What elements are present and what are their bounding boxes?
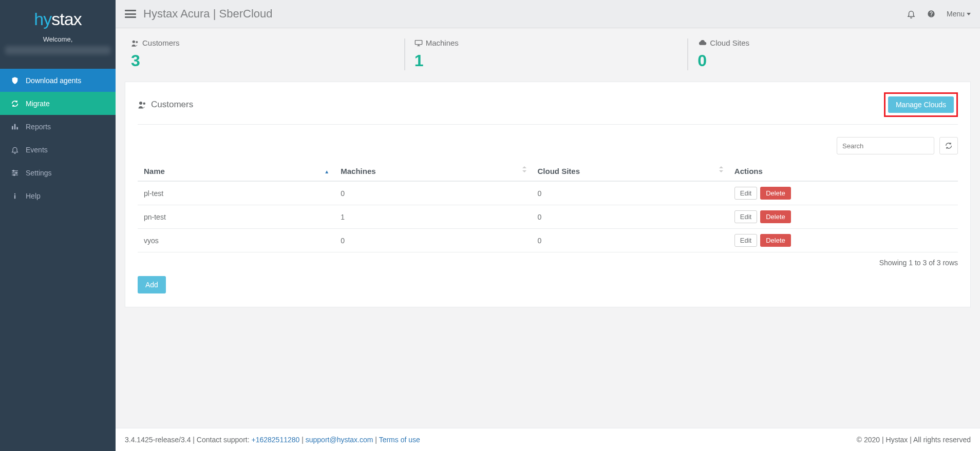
- cell-actions: EditDelete: [728, 205, 958, 229]
- cell-machines: 0: [334, 181, 531, 205]
- logo: hystax: [0, 0, 116, 35]
- svg-rect-2: [16, 127, 18, 130]
- table-row: pl-test00EditDelete: [138, 181, 958, 205]
- footer: 3.4.1425-release/3.4 | Contact support: …: [116, 428, 980, 451]
- col-machines[interactable]: Machines: [334, 162, 531, 181]
- manage-clouds-button[interactable]: Manage Clouds: [888, 96, 954, 113]
- nav-label: Reports: [26, 123, 51, 131]
- svg-rect-13: [415, 40, 422, 44]
- delete-button[interactable]: Delete: [760, 234, 791, 247]
- edit-button[interactable]: Edit: [734, 210, 757, 223]
- col-actions: Actions: [728, 162, 958, 181]
- table-row: vyos00EditDelete: [138, 229, 958, 252]
- svg-point-12: [136, 41, 138, 43]
- nav-help[interactable]: Help: [0, 184, 116, 207]
- table-info: Showing 1 to 3 of 3 rows: [138, 259, 958, 267]
- stat-cloudsites: Cloud Sites 0: [687, 38, 971, 70]
- table-row: pn-test10EditDelete: [138, 205, 958, 229]
- cloud-icon: [698, 40, 707, 47]
- users-icon: [131, 40, 139, 47]
- customers-panel: Customers Manage Clouds Name: [125, 82, 971, 307]
- stat-customers: Customers 3: [125, 38, 404, 70]
- footer-right: © 2020 | Hystax | All rights reserved: [857, 436, 971, 444]
- footer-terms-link[interactable]: Terms of use: [379, 436, 420, 444]
- col-cloudsites[interactable]: Cloud Sites: [532, 162, 728, 181]
- info-icon: [9, 192, 21, 200]
- shield-icon: [9, 76, 21, 85]
- add-button[interactable]: Add: [138, 276, 166, 293]
- stat-label: Machines: [414, 38, 688, 47]
- search-input[interactable]: [837, 137, 934, 154]
- manage-clouds-highlight: Manage Clouds: [884, 92, 958, 117]
- sidebar: hystax Welcome, Download agents Migrate: [0, 0, 116, 451]
- cell-name: vyos: [138, 229, 334, 252]
- delete-button[interactable]: Delete: [760, 187, 791, 200]
- edit-button[interactable]: Edit: [734, 187, 757, 200]
- cell-machines: 0: [334, 229, 531, 252]
- panel-title: Customers: [138, 100, 193, 110]
- help-icon[interactable]: [927, 10, 935, 18]
- users-icon: [138, 101, 147, 109]
- refresh-icon: [945, 142, 953, 150]
- nav-label: Download agents: [26, 76, 81, 85]
- nav-migrate[interactable]: Migrate: [0, 92, 116, 115]
- chevron-down-icon: [967, 13, 971, 15]
- page-title: Hystax Acura | SberCloud: [143, 7, 273, 21]
- nav-label: Migrate: [26, 100, 50, 108]
- main: Hystax Acura | SberCloud Menu: [116, 0, 980, 451]
- col-name[interactable]: Name: [138, 162, 334, 181]
- stats-row: Customers 3 Machines 1 Cloud S: [116, 28, 980, 72]
- cell-actions: EditDelete: [728, 229, 958, 252]
- customers-table: Name Machines Cloud Sites Actions pl-tes…: [138, 162, 958, 252]
- nav-settings[interactable]: Settings: [0, 161, 116, 184]
- svg-rect-1: [14, 124, 16, 130]
- welcome-block: Welcome,: [0, 35, 116, 62]
- desktop-icon: [414, 40, 423, 47]
- menu-dropdown[interactable]: Menu: [947, 10, 971, 18]
- svg-point-17: [143, 103, 146, 105]
- svg-point-11: [133, 40, 135, 43]
- migrate-icon: [9, 100, 21, 108]
- stat-label: Cloud Sites: [698, 38, 971, 47]
- svg-rect-0: [12, 126, 13, 130]
- stat-value: 0: [698, 51, 971, 70]
- svg-point-7: [15, 172, 17, 174]
- notification-bell-icon[interactable]: [907, 9, 916, 18]
- cell-actions: EditDelete: [728, 181, 958, 205]
- nav-label: Help: [26, 192, 41, 200]
- svg-point-9: [14, 193, 15, 194]
- topbar: Hystax Acura | SberCloud Menu: [116, 0, 980, 28]
- table-toolbar: [138, 137, 958, 154]
- footer-email-link[interactable]: support@hystax.com: [306, 436, 373, 444]
- nav-label: Events: [26, 146, 48, 154]
- cell-cloudsites: 0: [532, 229, 728, 252]
- footer-left: 3.4.1425-release/3.4 | Contact support: …: [125, 436, 420, 444]
- nav-label: Settings: [26, 169, 52, 177]
- stat-value: 3: [131, 51, 404, 70]
- nav-events[interactable]: Events: [0, 138, 116, 161]
- refresh-button[interactable]: [939, 137, 958, 154]
- stat-value: 1: [414, 51, 688, 70]
- svg-rect-10: [14, 195, 15, 199]
- panel-header: Customers Manage Clouds: [138, 92, 958, 125]
- nav: Download agents Migrate Reports Events: [0, 69, 116, 207]
- svg-point-8: [13, 174, 15, 176]
- cell-machines: 1: [334, 205, 531, 229]
- chart-icon: [9, 123, 21, 131]
- welcome-username-blurred: [5, 46, 110, 54]
- cell-name: pn-test: [138, 205, 334, 229]
- nav-reports[interactable]: Reports: [0, 115, 116, 138]
- edit-button[interactable]: Edit: [734, 234, 757, 247]
- stat-label: Customers: [131, 38, 404, 47]
- cell-cloudsites: 0: [532, 181, 728, 205]
- delete-button[interactable]: Delete: [760, 210, 791, 223]
- topbar-right: Menu: [907, 9, 971, 18]
- footer-phone-link[interactable]: +16282511280: [251, 436, 299, 444]
- logo-part2: stax: [51, 9, 81, 29]
- nav-download-agents[interactable]: Download agents: [0, 69, 116, 92]
- menu-label: Menu: [947, 10, 965, 18]
- content: Customers Manage Clouds Name: [116, 72, 980, 428]
- sliders-icon: [9, 169, 21, 177]
- hamburger-icon[interactable]: [125, 10, 136, 18]
- cell-name: pl-test: [138, 181, 334, 205]
